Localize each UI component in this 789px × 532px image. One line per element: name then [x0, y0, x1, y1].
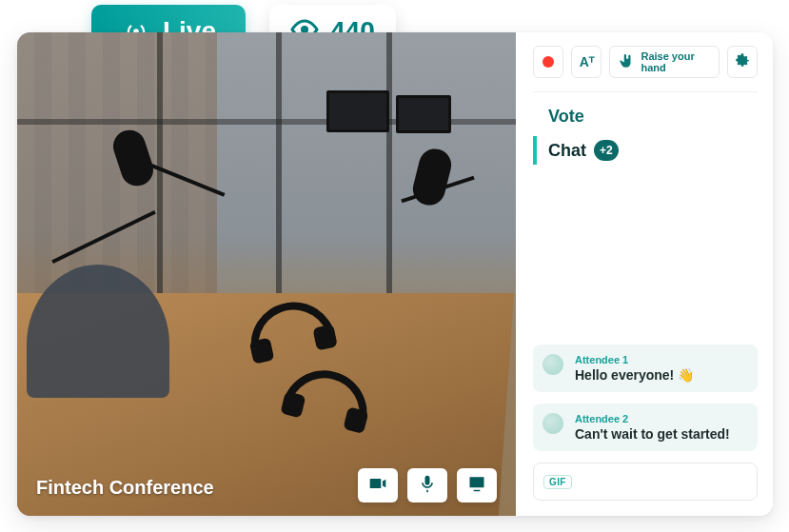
- tab-vote[interactable]: Vote: [533, 102, 758, 130]
- record-button[interactable]: [533, 46, 563, 78]
- camera-button[interactable]: [358, 468, 398, 502]
- chat-text: Can't wait to get started!: [575, 426, 746, 442]
- video-controls: [358, 468, 497, 502]
- chat-input[interactable]: [580, 475, 747, 489]
- top-actions: Aᵀ Raise your hand: [533, 46, 758, 78]
- stream-title: Fintech Conference: [36, 477, 214, 499]
- record-icon: [542, 56, 554, 68]
- screen-icon: [467, 474, 486, 497]
- avatar: [542, 413, 563, 434]
- chat-sender: Attendee 2: [575, 413, 746, 424]
- sidebar: Aᵀ Raise your hand Vote: [516, 32, 773, 516]
- chat-message: Attendee 2 Can't wait to get started!: [533, 404, 758, 451]
- chat-sender: Attendee 1: [575, 354, 746, 365]
- avatar: [542, 354, 563, 375]
- camera-icon: [368, 474, 387, 497]
- gear-icon: [734, 51, 751, 72]
- microphone-icon: [418, 474, 437, 497]
- chat-composer: GIF: [533, 463, 758, 501]
- stream-card: Fintech Conference: [17, 32, 773, 516]
- video-scene: [17, 32, 516, 516]
- chat-message: Attendee 1 Hello everyone! 👋: [533, 345, 758, 392]
- chat-unread-badge: +2: [594, 140, 619, 161]
- hand-icon: [618, 52, 635, 71]
- tab-vote-label: Vote: [548, 107, 584, 127]
- divider: [533, 91, 758, 92]
- translate-icon: Aᵀ: [580, 54, 594, 69]
- settings-button[interactable]: [727, 46, 758, 78]
- screen-share-button[interactable]: [457, 468, 497, 502]
- chat-list[interactable]: Attendee 1 Hello everyone! 👋 Attendee 2 …: [533, 172, 758, 451]
- microphone-button[interactable]: [407, 468, 447, 502]
- video-pane[interactable]: Fintech Conference: [17, 32, 516, 516]
- translate-button[interactable]: Aᵀ: [571, 46, 602, 78]
- gif-button[interactable]: GIF: [543, 475, 572, 489]
- raise-hand-button[interactable]: Raise your hand: [609, 46, 719, 78]
- raise-hand-label: Raise your hand: [641, 50, 710, 73]
- tab-chat[interactable]: Chat +2: [533, 136, 758, 165]
- tab-chat-label: Chat: [548, 141, 586, 161]
- chat-text: Hello everyone! 👋: [575, 367, 746, 383]
- sidebar-tabs: Vote Chat +2: [533, 102, 758, 165]
